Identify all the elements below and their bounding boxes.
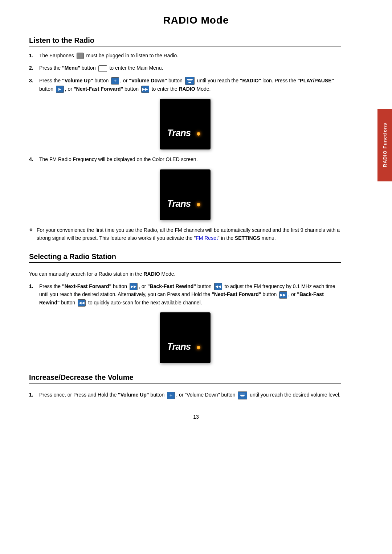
radio-bold-2: RADIO <box>179 86 195 92</box>
listen-step-2: Press the "Menu" button to enter the Mai… <box>29 64 341 72</box>
listen-step-1-rest: must be plugged in to listen to the Radi… <box>86 53 179 58</box>
listen-step-1: The Earphones must be plugged in to list… <box>29 52 341 59</box>
trans-text-1: Trans <box>167 127 191 139</box>
device-image-1: Trans <box>160 99 211 149</box>
volume-step-1-text: Press once, or Press and Hold the "Volum… <box>39 391 341 399</box>
section-heading-listen: Listen to the Radio <box>29 36 341 46</box>
next-ff-icon-2: ▶▶ <box>130 283 138 290</box>
back-rw-icon-2: ◀◀ <box>78 299 86 307</box>
vol-down-bold: "Volume Down" <box>129 78 167 83</box>
earphone-text: The Earphones <box>39 53 74 58</box>
device-image-2: Trans <box>160 169 211 220</box>
section-heading-selecting: Selecting a Radio Station <box>29 253 341 263</box>
trans-text-3: Trans <box>167 341 191 352</box>
star-dot-1 <box>197 132 200 136</box>
fm-reset-link[interactable]: FM Reset <box>196 235 218 241</box>
listen-step-3-text: Press the "Volume Up" button +, or "Volu… <box>39 77 341 93</box>
page-title: RADIO Mode <box>29 15 363 26</box>
menu-button-icon <box>98 65 107 72</box>
trans-text-2: Trans <box>167 198 191 209</box>
next-ff-bold-1: "Next-Fast Forward" <box>74 86 123 92</box>
selecting-step-1-text: Press the "Next-Fast Forward" button ▶▶,… <box>39 282 341 307</box>
back-rw-bold-1: "Back-Fast Rewind" <box>147 283 196 289</box>
next-ff-bold-2: "Next-Fast Forward" <box>62 283 111 289</box>
radio-bold-1: "RADIO" <box>240 78 261 83</box>
selecting-steps-list: Press the "Next-Fast Forward" button ▶▶,… <box>29 282 341 307</box>
volume-down-icon-2 <box>238 391 247 399</box>
listen-step-1-text: The Earphones must be plugged in to list… <box>39 52 341 59</box>
listen-step-3: Press the "Volume Up" button +, or "Volu… <box>29 77 341 93</box>
bullet-fm-reset-text: For your convenience the first time you … <box>37 226 341 242</box>
listen-steps-list: The Earphones must be plugged in to list… <box>29 52 341 93</box>
vol-up-bold-2: "Volume Up" <box>118 392 149 398</box>
vol-up-bold: "Volume Up" <box>62 78 93 83</box>
page-wrapper: RADIO Functions RADIO Mode Listen to the… <box>0 0 392 554</box>
listen-step-4: The FM Radio Frequency will be displayed… <box>29 155 341 163</box>
volume-up-icon-2: + <box>167 392 175 399</box>
star-dot-2 <box>197 203 200 206</box>
back-rw-icon-1: ◀◀ <box>214 283 222 290</box>
device-image-3: Trans <box>160 312 211 363</box>
next-ff-icon-3: ▶▶ <box>279 291 287 299</box>
play-pause-icon: ▶ <box>56 86 64 93</box>
play-pause-bold: "PLAY/PAUSE" <box>298 78 334 83</box>
listen-step-2-text: Press the "Menu" button to enter the Mai… <box>39 64 341 72</box>
selecting-step-1: Press the "Next-Fast Forward" button ▶▶,… <box>29 282 341 307</box>
bullet-fm-reset: For your convenience the first time you … <box>29 226 341 242</box>
volume-down-icon <box>185 77 195 85</box>
volume-steps-list: Press once, or Press and Hold the "Volum… <box>29 391 341 399</box>
earphone-icon <box>77 53 84 59</box>
page-number: 13 <box>29 414 363 420</box>
sidebar-radio-functions-tab: RADIO Functions <box>377 109 392 181</box>
sidebar-tab-label: RADIO Functions <box>382 123 388 168</box>
selecting-intro: You can manually search for a Radio stat… <box>29 270 341 278</box>
listen-step4-list: The FM Radio Frequency will be displayed… <box>29 155 341 163</box>
listen-step-4-text: The FM Radio Frequency will be displayed… <box>39 155 341 163</box>
volume-step-1: Press once, or Press and Hold the "Volum… <box>29 391 341 399</box>
radio-bold-3: RADIO <box>143 271 160 277</box>
star-dot-3 <box>197 346 200 349</box>
section-heading-volume: Increase/Decrease the Volume <box>29 373 341 383</box>
menu-bold: "Menu" <box>62 65 80 71</box>
next-ff-icon-1: ▶▶ <box>141 86 149 93</box>
content-area: Listen to the Radio The Earphones must b… <box>29 36 341 399</box>
settings-bold: SETTINGS <box>235 235 260 241</box>
next-ff-bold-3: "Next-Fast Forward" <box>212 291 261 297</box>
volume-up-icon: + <box>111 77 119 85</box>
